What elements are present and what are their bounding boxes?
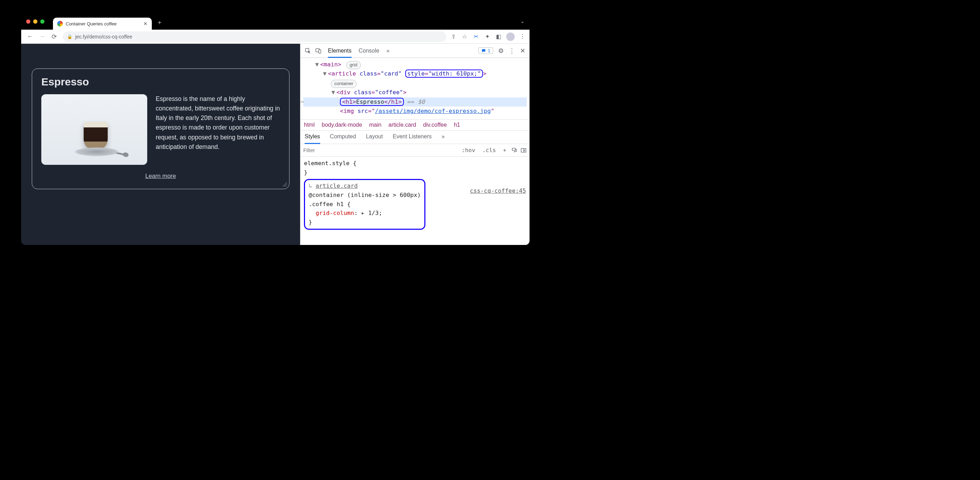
side-panel-icon[interactable]: ◧ xyxy=(495,33,502,40)
lock-icon: 🔒 xyxy=(67,34,72,39)
toolbar-actions: ⇪ ☆ ✂ ✦ ◧ ⋮ xyxy=(450,32,526,41)
reload-button[interactable]: ⟳ xyxy=(49,32,59,42)
tab-strip: Container Queries coffee ✕ ＋ ⌄ xyxy=(21,15,530,30)
close-window-button[interactable] xyxy=(26,19,30,24)
rule-element-style[interactable]: element.style { } xyxy=(304,159,526,177)
badge-grid[interactable]: grid xyxy=(346,61,361,69)
source-location[interactable]: css-cq-coffee:45 xyxy=(470,186,526,195)
styles-rules[interactable]: element.style { } css-cq-coffee:45 ↳ art… xyxy=(301,157,530,232)
card-title: Espresso xyxy=(41,76,280,88)
dom-breadcrumbs: html body.dark-mode main article.card di… xyxy=(301,119,530,130)
tab-elements[interactable]: Elements xyxy=(328,48,352,58)
tab-console[interactable]: Console xyxy=(359,48,380,54)
devtools-close-icon[interactable]: ✕ xyxy=(520,47,525,55)
dom-badge-container-row: container xyxy=(303,79,527,88)
content-area: Espresso Espresso is the name of a highl… xyxy=(21,44,530,245)
dom-node-h1-selected[interactable]: <h1>Espresso</h1> == $0 xyxy=(303,97,527,106)
back-button[interactable]: ← xyxy=(25,32,35,42)
share-icon[interactable]: ⇪ xyxy=(450,33,457,40)
coffee-card: Espresso Espresso is the name of a highl… xyxy=(32,68,290,189)
settings-gear-icon[interactable]: ⚙ xyxy=(498,47,504,55)
selector-text: .coffee h1 { xyxy=(309,201,350,208)
close-tab-button[interactable]: ✕ xyxy=(143,21,148,27)
cls-toggle[interactable]: .cls xyxy=(480,146,498,154)
devtools-panel: Elements Console » 1 ⚙ ⋮ ✕ ▼<main> xyxy=(300,44,530,245)
crumb-html[interactable]: html xyxy=(304,122,315,128)
crumb-h1[interactable]: h1 xyxy=(454,122,460,128)
crumb-main[interactable]: main xyxy=(369,122,382,128)
sidebar-toggle-icon[interactable] xyxy=(520,147,527,154)
browser-toolbar: ← → ⟳ 🔒 jec.fyi/demo/css-cq-coffee ⇪ ☆ ✂… xyxy=(21,30,530,44)
styles-panel-tabs: Styles Computed Layout Event Listeners » xyxy=(301,130,530,144)
inspect-icon[interactable] xyxy=(305,48,311,54)
dom-node-main[interactable]: ▼<main> grid xyxy=(303,60,527,69)
tab-more[interactable]: » xyxy=(386,48,390,54)
tab-styles-more[interactable]: » xyxy=(442,134,445,144)
browser-tab[interactable]: Container Queries coffee ✕ xyxy=(53,17,152,30)
dom-tree[interactable]: ▼<main> grid ▼<article class="card" styl… xyxy=(301,58,530,119)
scissors-icon[interactable]: ✂ xyxy=(473,33,479,40)
container-query-text: @container (inline-size > 600px) xyxy=(309,192,421,199)
svg-rect-4 xyxy=(521,149,526,153)
forward-button[interactable]: → xyxy=(37,32,47,42)
maximize-window-button[interactable] xyxy=(40,19,45,24)
tab-styles[interactable]: Styles xyxy=(305,134,320,144)
window-menu-button[interactable]: ⌄ xyxy=(520,18,525,24)
svg-rect-2 xyxy=(319,50,321,53)
devtools-tabs: Elements Console » xyxy=(328,48,390,54)
extensions-icon[interactable]: ✦ xyxy=(484,33,491,40)
tab-computed[interactable]: Computed xyxy=(330,134,356,144)
url-text: jec.fyi/demo/css-cq-coffee xyxy=(75,34,132,40)
chat-icon xyxy=(481,48,486,53)
card-description: Espresso is the name of a highly concent… xyxy=(156,94,280,165)
card-body: Espresso is the name of a highly concent… xyxy=(41,94,280,165)
espresso-image xyxy=(41,94,147,165)
dom-node-article[interactable]: ▼<article class="card" style="width: 610… xyxy=(303,69,527,78)
dom-node-div[interactable]: ▼<div class="coffee"> xyxy=(303,88,527,97)
crumb-article[interactable]: article.card xyxy=(388,122,416,128)
ancestor-link[interactable]: article.card xyxy=(316,183,358,189)
container-query-rule-highlight: ↳ article.card @container (inline-size >… xyxy=(304,179,425,230)
resize-handle-icon[interactable] xyxy=(282,182,287,187)
tab-layout[interactable]: Layout xyxy=(366,134,383,144)
new-tab-button[interactable]: ＋ xyxy=(154,17,164,27)
kebab-menu-icon[interactable]: ⋮ xyxy=(519,33,526,40)
styles-filter-bar: :hov .cls + xyxy=(301,144,530,157)
window-controls xyxy=(26,19,45,24)
crumb-body[interactable]: body.dark-mode xyxy=(321,122,362,128)
issues-badge[interactable]: 1 xyxy=(478,47,493,54)
crumb-div[interactable]: div.coffee xyxy=(423,122,447,128)
css-value[interactable]: 1/3 xyxy=(368,210,379,216)
devtools-right-group: 1 ⚙ ⋮ ✕ xyxy=(478,47,525,55)
hov-toggle[interactable]: :hov xyxy=(460,146,478,154)
device-toggle-icon[interactable] xyxy=(315,48,321,54)
dom-node-img[interactable]: <img src="/assets/img/demo/cof-espresso.… xyxy=(303,106,527,116)
devtools-toolbar: Elements Console » 1 ⚙ ⋮ ✕ xyxy=(301,44,530,58)
rendered-page: Espresso Espresso is the name of a highl… xyxy=(21,44,300,245)
learn-more-row: Learn more xyxy=(41,173,280,180)
browser-window: Container Queries coffee ✕ ＋ ⌄ ← → ⟳ 🔒 j… xyxy=(21,15,530,245)
highlight-h1: <h1>Espresso</h1> xyxy=(340,98,404,106)
profile-avatar[interactable] xyxy=(506,32,515,41)
minimize-window-button[interactable] xyxy=(33,19,37,24)
tab-event-listeners[interactable]: Event Listeners xyxy=(393,134,431,144)
star-icon[interactable]: ☆ xyxy=(461,33,468,40)
devtools-picker-group xyxy=(305,48,321,54)
address-bar[interactable]: 🔒 jec.fyi/demo/css-cq-coffee xyxy=(63,32,446,42)
svg-rect-3 xyxy=(512,148,515,150)
paint-icon[interactable] xyxy=(511,147,517,154)
learn-more-link[interactable]: Learn more xyxy=(145,173,176,179)
styles-filter-input[interactable] xyxy=(303,147,457,153)
css-property[interactable]: grid-column xyxy=(316,210,354,216)
devtools-kebab-icon[interactable]: ⋮ xyxy=(509,47,515,55)
favicon-icon xyxy=(57,21,63,27)
highlight-style-attr: style="width: 610px;" xyxy=(405,70,483,78)
badge-container[interactable]: container xyxy=(331,80,356,88)
tab-title: Container Queries coffee xyxy=(66,21,116,27)
new-rule-button[interactable]: + xyxy=(501,146,508,154)
